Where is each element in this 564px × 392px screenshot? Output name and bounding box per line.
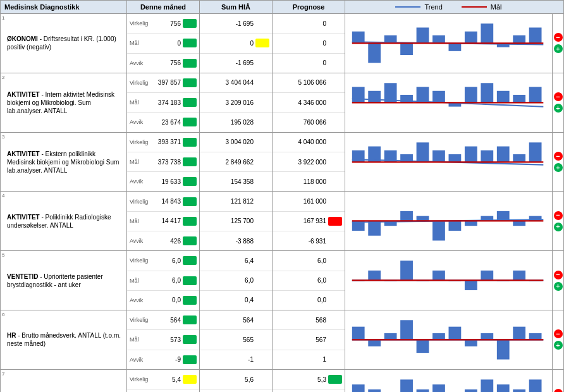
cell-indicator-prognose-5-0 — [328, 315, 342, 324]
bar-6-8 — [481, 379, 493, 392]
bar-2-5 — [432, 150, 445, 162]
bar-3-10 — [513, 221, 525, 226]
bar-6-9 — [497, 384, 510, 392]
action-col-2: −+ — [552, 133, 563, 192]
bar-5-3 — [400, 320, 413, 340]
minus-button-4[interactable]: − — [554, 271, 563, 279]
cell-indicator-sum-2-0 — [255, 138, 269, 147]
cell-label-denne-3-2: Avvik — [130, 238, 152, 244]
cell-value-denne-3-1: 14 417 — [152, 217, 181, 224]
cell-value-prognose-6-0: 5,3 — [297, 376, 326, 383]
plus-button-2[interactable]: + — [554, 163, 563, 172]
cell-indicator-sum-1-0 — [255, 78, 269, 87]
cell-indicator-sum-3-1 — [255, 217, 269, 226]
bar-3-1 — [368, 221, 381, 236]
cell-sum-6-1: 6,3 — [200, 389, 272, 392]
cell-denne-1-0: Virkelig397 857 — [127, 73, 199, 93]
bar-5-11 — [529, 333, 542, 340]
cell-denne-4-1: Mål6,0 — [127, 271, 199, 291]
cell-sum-5-2: -1 — [200, 350, 272, 369]
bar-5-5 — [432, 333, 445, 340]
cell-value-prognose-1-2: 760 066 — [297, 119, 326, 126]
cell-value-denne-4-2: 0,0 — [152, 297, 181, 303]
cell-prognose-5-0: 568 — [273, 310, 345, 330]
bar-5-2 — [384, 333, 397, 340]
cell-label-denne-0-0: Virkelig — [130, 20, 152, 27]
cell-value-sum-3-2: -3 888 — [224, 238, 254, 245]
minus-button-3[interactable]: − — [554, 211, 563, 220]
row-number-0: 1 — [2, 15, 4, 21]
cell-denne-2-2: Avvik19 633 — [127, 172, 199, 191]
data-section-1: 2AKTIVITET - Intern aktivitet Medisinsk … — [1, 73, 563, 133]
cell-indicator-prognose-3-1 — [328, 217, 342, 226]
bar-5-9 — [497, 340, 510, 359]
cell-prognose-0-1: 0 — [273, 34, 345, 53]
cell-value-denne-0-2: 756 — [152, 59, 181, 66]
row-prognose-4: 6,06,00,0 — [273, 251, 345, 310]
row-left-4: 5VENTETID - Uprioriterte pasienter bryst… — [1, 251, 127, 310]
row-number-6: 7 — [2, 371, 4, 377]
cell-sum-4-0: 6,4 — [200, 251, 272, 271]
minus-button-2[interactable]: − — [554, 152, 563, 161]
cell-sum-3-1: 125 700 — [200, 212, 272, 231]
chart-svg-3 — [350, 194, 547, 248]
row-title-5: HR - Brutto månedsverk. ANTALL (t.o.m. n… — [4, 331, 123, 348]
bar-3-6 — [449, 221, 462, 231]
minus-button-0[interactable]: − — [554, 33, 563, 42]
cell-label-denne-2-1: Mål — [130, 159, 152, 165]
bar-2-8 — [481, 150, 493, 162]
cell-value-denne-3-2: 426 — [152, 238, 181, 245]
cell-value-prognose-4-1: 6,0 — [297, 277, 326, 284]
cell-label-denne-1-0: Virkelig — [130, 80, 152, 86]
plus-button-4[interactable]: + — [554, 282, 563, 291]
plus-button-0[interactable]: + — [554, 44, 563, 53]
dashboard: Medisinsk Diagnostikk Denne måned Sum HI… — [0, 0, 564, 392]
cell-value-prognose-1-1: 4 346 000 — [297, 99, 326, 106]
cell-indicator-denne-4-0 — [183, 256, 197, 265]
cell-prognose-3-1: 167 931 — [273, 212, 345, 231]
cell-value-prognose-1-0: 5 106 066 — [297, 79, 326, 86]
bar-1-7 — [465, 87, 477, 102]
cell-indicator-sum-6-0 — [255, 375, 269, 384]
bar-0-5 — [432, 35, 445, 43]
bar-3-3 — [400, 211, 413, 221]
cell-value-prognose-3-1: 167 931 — [297, 217, 326, 224]
cell-indicator-denne-1-0 — [183, 78, 197, 87]
cell-sum-2-0: 3 004 020 — [200, 133, 272, 152]
cell-denne-3-0: Virkelig14 843 — [127, 192, 199, 211]
cell-value-denne-2-2: 19 633 — [152, 178, 181, 185]
cell-value-sum-1-1: 3 209 016 — [224, 99, 254, 106]
plus-button-5[interactable]: + — [554, 341, 563, 350]
cell-value-sum-1-0: 3 404 044 — [224, 79, 254, 86]
row-sum-6: 5,66,3-0,7 — [200, 370, 273, 392]
cell-sum-1-2: 195 028 — [200, 113, 272, 132]
cell-value-sum-3-0: 121 812 — [224, 198, 254, 205]
plus-button-1[interactable]: + — [554, 104, 563, 113]
action-col-6: −+ — [552, 370, 563, 392]
cell-indicator-prognose-2-1 — [328, 157, 342, 166]
minus-button-1[interactable]: − — [554, 92, 563, 101]
cell-value-sum-0-2: -1 695 — [224, 59, 254, 66]
legend-trend-label: Trend — [424, 3, 442, 11]
minus-button-6[interactable]: − — [554, 389, 563, 392]
bar-6-11 — [529, 379, 542, 392]
bar-0-1 — [368, 43, 381, 63]
plus-button-3[interactable]: + — [554, 223, 563, 231]
bar-4-7 — [465, 281, 477, 291]
bar-5-0 — [352, 327, 365, 340]
cell-value-prognose-0-1: 0 — [297, 40, 326, 47]
bar-3-5 — [432, 221, 445, 241]
minus-button-5[interactable]: − — [554, 329, 563, 338]
cell-value-prognose-4-2: 0,0 — [297, 297, 326, 303]
cell-denne-5-2: Avvik-9 — [127, 350, 199, 369]
row-title-4: VENTETID - Uprioriterte pasienter brystd… — [4, 273, 123, 289]
cell-denne-5-1: Mål573 — [127, 330, 199, 350]
chart-area-4 — [345, 251, 552, 310]
cell-denne-6-1: Mål4,7 — [127, 389, 199, 392]
row-denne-4: Virkelig6,0Mål6,0Avvik0,0 — [127, 251, 200, 310]
header-col-sum: Sum HIÅ — [200, 1, 273, 13]
row-sum-1: 3 404 0443 209 016195 028 — [200, 73, 273, 132]
bar-1-5 — [432, 91, 445, 103]
data-section-6: 7HR - Sykefravær i PROSENT (etterskuddsv… — [1, 370, 563, 392]
header-col-prognose: Prognose — [273, 1, 345, 13]
